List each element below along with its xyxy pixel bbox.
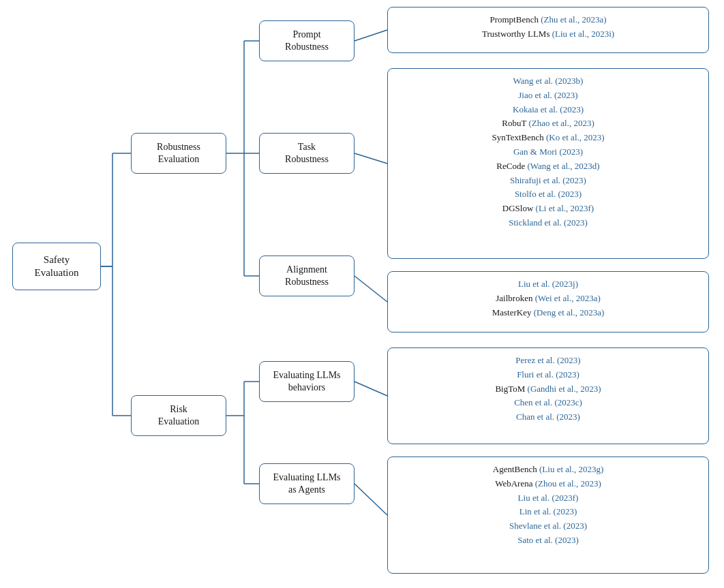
svg-line-17: [355, 382, 387, 396]
diagram: PromptBench (Zhu et al., 2023a) Trustwor…: [0, 0, 724, 588]
task-refs-box: Wang et al. (2023b) Jiao et al. (2023) K…: [387, 68, 709, 259]
behaviors-refs-box: Perez et al. (2023) Fluri et al. (2023) …: [387, 347, 709, 444]
prompt-robustness-node: PromptRobustness: [259, 20, 355, 61]
risk-evaluation-node: RiskEvaluation: [131, 395, 226, 436]
safety-evaluation-node: SafetyEvaluation: [12, 243, 101, 290]
task-robustness-node: TaskRobustness: [259, 133, 355, 174]
svg-line-12: [355, 276, 387, 302]
evaluating-behaviors-node: Evaluating LLMsbehaviors: [259, 361, 355, 402]
svg-line-10: [355, 30, 387, 41]
robustness-evaluation-node: RobustnessEvaluation: [131, 133, 226, 174]
prompt-refs-box: PromptBench (Zhu et al., 2023a) Trustwor…: [387, 7, 709, 53]
svg-line-11: [355, 153, 387, 164]
evaluating-agents-node: Evaluating LLMsas Agents: [259, 463, 355, 504]
alignment-robustness-node: AlignmentRobustness: [259, 256, 355, 296]
alignment-refs-box: Liu et al. (2023j) Jailbroken (Wei et al…: [387, 271, 709, 332]
svg-line-18: [355, 484, 387, 515]
agents-refs-box: AgentBench (Liu et al., 2023g) WebArena …: [387, 457, 709, 574]
